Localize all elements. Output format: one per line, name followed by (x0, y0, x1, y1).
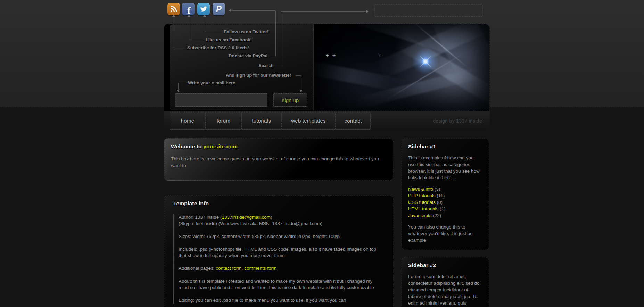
category-count: (11) (437, 193, 445, 198)
category-count: (22) (433, 213, 441, 218)
category-count: (3) (435, 186, 440, 192)
facebook-icon[interactable]: f (182, 3, 195, 15)
template-info-quote: Author: 1337 inside (1337inside@gmail.co… (173, 214, 380, 304)
paypal-connector-vertical (275, 10, 276, 56)
category-link[interactable]: HTML tutorials (408, 206, 438, 211)
rss-icon[interactable] (167, 3, 180, 15)
category-link-row: PHP tutorials (11) (408, 192, 482, 199)
twitter-connector-stub (205, 32, 222, 32)
category-link-row: CSS tutorials (0) (408, 199, 482, 206)
paypal-glyph: P (216, 4, 222, 14)
rss-arrow-icon (172, 14, 175, 17)
twitter-bird-glyph (199, 5, 208, 13)
search-connector-vertical (281, 11, 281, 66)
main-nav: home forum tutorials web templates conta… (164, 111, 490, 131)
template-info-box: Template info Author: 1337 inside (1337i… (164, 195, 393, 307)
about-line: About: this is template i created and wa… (179, 278, 380, 291)
author-suffix: ) (271, 215, 272, 220)
paypal-label: Donate via PayPal (229, 53, 267, 58)
nav-item-forum[interactable]: forum (206, 112, 241, 130)
category-link-row: News & info (3) (408, 186, 482, 192)
editing-line: Editing: you can edit .psd file to make … (179, 297, 380, 304)
sidebar-2-title: Sidebar #2 (408, 262, 482, 268)
welcome-site-name: yoursite.com (203, 143, 238, 149)
plus-mark: + (378, 52, 382, 58)
facebook-connector-line (189, 17, 189, 40)
category-count: (1) (440, 206, 446, 211)
email-field[interactable] (175, 93, 267, 107)
twitter-connector-line (205, 17, 205, 32)
newsletter-connector-vertical (301, 75, 301, 90)
email-label: Write your e-mail here (188, 80, 235, 85)
search-input[interactable] (374, 4, 483, 17)
twitter-arrow-icon (203, 14, 206, 17)
twitter-label: Follow us on Twitter! (224, 29, 269, 34)
nav-item-tutorials[interactable]: tutorials (241, 112, 281, 130)
sidebar-2-body: Lorem ipsum dolor sit amet, consectetur … (408, 273, 480, 307)
sidebar-1-outro: You can also change this to whatever you… (408, 224, 480, 243)
category-link-row: HTML tutorials (1) (408, 206, 482, 212)
signup-button[interactable]: sign up (273, 93, 307, 107)
additional-prefix: Additional pages: (179, 266, 216, 271)
header-image: + + + (314, 24, 490, 111)
author-prefix: Author: 1337 inside ( (179, 215, 222, 220)
rss-connector-line (174, 17, 174, 48)
welcome-box: Welcome to yoursite.com This box here is… (164, 138, 393, 181)
welcome-title: Welcome to yoursite.com (171, 143, 386, 150)
author-email-link[interactable]: 1337inside@gmail.com (222, 215, 271, 220)
rss-label: Subscribe for RSS 2.0 feeds! (187, 45, 249, 50)
plus-mark: + (332, 53, 336, 58)
newsletter-label: And sign up for our newsletter (226, 73, 291, 78)
twitter-icon[interactable] (197, 3, 210, 15)
category-link[interactable]: Javascripts (408, 213, 432, 218)
paypal-connector-stub (270, 56, 275, 56)
template-info-title: Template info (173, 200, 386, 207)
facebook-label: Like us on Facebook! (206, 37, 252, 42)
sidebar-1-title: Sidebar #1 (408, 143, 482, 150)
author-block: Author: 1337 inside (1337inside@gmail.co… (179, 214, 380, 227)
nav-item-home[interactable]: home (170, 112, 206, 130)
rss-connector-stub (174, 48, 186, 48)
welcome-body: This box here is to welcome guests on yo… (171, 156, 386, 169)
category-link[interactable]: CSS tutorials (408, 200, 436, 205)
author-line: Author: 1337 inside (1337inside@gmail.co… (179, 214, 380, 221)
paypal-connector-top (231, 10, 275, 11)
page: f P Follow us on Twitter! Like us on Fac… (0, 0, 644, 307)
category-link-row: Javascripts (22) (408, 212, 482, 219)
paypal-arrow-icon (229, 9, 231, 12)
contact-form-link[interactable]: contact form (216, 266, 241, 271)
search-connector-stub (275, 66, 281, 66)
sidebar-2: Sidebar #2 Lorem ipsum dolor sit amet, c… (402, 257, 489, 307)
newsletter-connector-stub (296, 75, 301, 76)
paypal-icon[interactable]: P (213, 3, 225, 15)
includes-line: Includes: .psd (Photoshop) file, HTML an… (179, 246, 380, 259)
sidebar-1: Sidebar #1 This is example of how can yo… (402, 138, 489, 250)
vignette (314, 24, 489, 111)
additional-pages-line: Additional pages: contact form, comments… (179, 265, 380, 272)
search-arrow-icon (366, 10, 369, 13)
search-label: Search (258, 63, 273, 68)
comments-form-link[interactable]: comments form (244, 266, 276, 271)
facebook-arrow-icon (188, 14, 190, 17)
welcome-title-prefix: Welcome to (171, 143, 203, 149)
category-link[interactable]: PHP tutorials (408, 193, 436, 198)
plus-mark: + (325, 53, 329, 58)
sizes-line: Sizes: width: 752px, content width: 535p… (179, 233, 380, 240)
newsletter-arrow-icon (299, 90, 302, 92)
nav-item-contact[interactable]: contact (336, 112, 371, 130)
category-count: (0) (437, 200, 443, 205)
sidebar-1-intro: This is example of how can you use this … (408, 155, 480, 181)
links-separator: , (242, 266, 245, 271)
email-arrow-icon (177, 90, 180, 92)
search-connector-top (281, 11, 366, 12)
design-credit: design by 1337 inside (433, 111, 482, 131)
facebook-connector-stub (189, 40, 204, 40)
rss-glyph (170, 5, 177, 13)
sidebar-1-links: News & info (3) PHP tutorials (11) CSS t… (408, 186, 482, 219)
category-link[interactable]: News & info (408, 186, 433, 192)
contact-line: (Skype: leetinside) (Windows Live aka MS… (179, 221, 380, 227)
email-connector-vertical (178, 83, 179, 90)
nav-item-web-templates[interactable]: web templates (281, 112, 336, 130)
email-connector-stub (178, 83, 186, 83)
